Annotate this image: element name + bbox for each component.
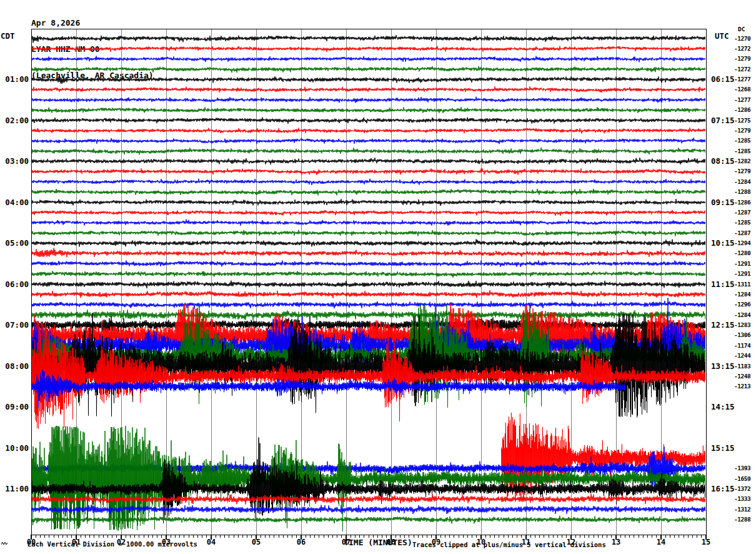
- hour-label-utc: 09:15: [711, 198, 735, 207]
- dc-value: -1174: [734, 342, 750, 349]
- dc-value: -1279: [734, 127, 750, 134]
- seismogram-trace: [31, 271, 707, 278]
- dc-value: -1279: [734, 55, 750, 62]
- seismogram-plot: [0, 0, 756, 554]
- dc-value: -1279: [734, 168, 750, 174]
- dc-value: -1284: [734, 311, 750, 318]
- seismogram-trace: [31, 66, 707, 73]
- x-tick-label: 15: [697, 538, 715, 546]
- dc-value: -1248: [734, 373, 750, 380]
- hour-label-utc: 08:15: [711, 156, 735, 166]
- seismogram-trace: [31, 210, 707, 216]
- seismogram-trace: [31, 76, 707, 84]
- hour-label-cdt: 11:00: [0, 484, 29, 493]
- dc-value: -1312: [734, 506, 750, 513]
- hour-label-utc: 14:15: [711, 402, 735, 411]
- hour-label-utc: 13:15: [711, 361, 735, 371]
- dc-value: -1372: [734, 485, 750, 492]
- dc-value: -1306: [734, 331, 750, 338]
- hour-label-cdt: 03:00: [0, 156, 29, 166]
- dc-value: -1311: [734, 281, 750, 288]
- dc-value: -1213: [734, 383, 750, 390]
- dc-value: -1183: [734, 363, 750, 370]
- seismogram-trace: [31, 248, 707, 257]
- dc-value: -1277: [734, 96, 750, 103]
- x-tick-label: 14: [652, 538, 670, 546]
- seismogram-trace: [31, 46, 707, 52]
- dc-value: -1393: [734, 465, 750, 471]
- seismogram-trace: [31, 301, 707, 309]
- hour-label-utc: 11:15: [711, 280, 735, 289]
- scale-note: Each Vertical Division = 1000.00 microvo…: [27, 540, 197, 548]
- seismogram-trace: [31, 179, 707, 185]
- hour-label-cdt: 04:00: [0, 198, 29, 207]
- hour-label-utc: 06:15: [711, 74, 735, 84]
- seismogram-trace: [31, 148, 707, 154]
- dc-value: -1291: [734, 270, 750, 277]
- dc-value: -1272: [734, 66, 750, 73]
- dc-value: -1272: [734, 45, 750, 52]
- dc-value: -1288: [734, 516, 750, 523]
- hour-label-cdt: 10:00: [0, 443, 29, 453]
- clip-note: Traces clipped at plus/minus 5 vertical …: [412, 541, 606, 548]
- seismogram-trace: [31, 158, 707, 164]
- dc-value: -1283: [734, 321, 750, 328]
- dc-value: -1277: [734, 76, 750, 83]
- seismogram-trace: [31, 230, 707, 236]
- seismogram-trace: [31, 35, 707, 43]
- dc-value: -1285: [734, 137, 750, 144]
- hour-label-utc: 12:15: [711, 320, 735, 330]
- seismogram-trace: [31, 219, 707, 226]
- seismogram-trace: [31, 199, 707, 206]
- hour-label-cdt: 06:00: [0, 280, 29, 289]
- dc-value: -1659: [734, 475, 750, 482]
- x-tick-label: 13: [607, 538, 625, 546]
- seismogram-trace: [31, 97, 707, 103]
- seismogram-trace: [31, 107, 707, 113]
- seismogram-trace: [31, 239, 707, 246]
- seismogram-trace: [31, 290, 707, 298]
- seismogram-trace: [31, 426, 707, 531]
- dc-value: -1294: [734, 239, 750, 246]
- dc-value: -1287: [734, 229, 750, 236]
- dc-value: -1285: [734, 148, 750, 154]
- trace-group: [31, 35, 707, 531]
- hour-label-cdt: 05:00: [0, 238, 29, 248]
- hour-label-utc: 16:15: [711, 484, 735, 493]
- seismogram-trace: [31, 281, 707, 289]
- dc-value: -1285: [734, 219, 750, 226]
- dc-value: -1244: [734, 352, 750, 359]
- dc-value: -1286: [734, 199, 750, 206]
- dc-value: -1284: [734, 178, 750, 185]
- hour-label-cdt: 07:00: [0, 320, 29, 330]
- hour-label-cdt: 01:00: [0, 74, 29, 84]
- dc-value: -1333: [734, 495, 750, 502]
- dc-value: -1284: [734, 291, 750, 298]
- seismogram-trace: [31, 260, 707, 266]
- hour-label-cdt: 08:00: [0, 361, 29, 371]
- hour-label-cdt: 09:00: [0, 402, 29, 411]
- seismogram-trace: [31, 118, 707, 124]
- dc-value: -1270: [734, 35, 750, 42]
- seismogram-trace: [31, 86, 707, 92]
- dc-value: -1291: [734, 260, 750, 267]
- hour-label-utc: 07:15: [711, 116, 735, 125]
- seismogram-trace: [31, 56, 707, 62]
- seismogram-trace: [31, 189, 707, 196]
- hour-label-utc: 15:15: [711, 443, 735, 453]
- dc-value: -1280: [734, 249, 750, 256]
- helicorder-page: Apr 8,2026 LYAR HHZ NM 00 (Leachville, A…: [0, 0, 756, 554]
- x-tick-label: 05: [247, 538, 265, 546]
- dc-value: -1288: [734, 188, 750, 195]
- seismogram-trace: [31, 168, 707, 175]
- dc-value: -1296: [734, 301, 750, 308]
- dc-value: -1268: [734, 86, 750, 93]
- seismogram-trace: [31, 128, 707, 134]
- hour-label-cdt: 02:00: [0, 116, 29, 125]
- x-tick-label: 04: [202, 538, 220, 546]
- seismogram-trace: [31, 138, 707, 144]
- dc-value: -1282: [734, 158, 750, 164]
- hour-label-utc: 10:15: [711, 238, 735, 248]
- dc-value: -1287: [734, 209, 750, 216]
- scale-mark: [1, 540, 9, 546]
